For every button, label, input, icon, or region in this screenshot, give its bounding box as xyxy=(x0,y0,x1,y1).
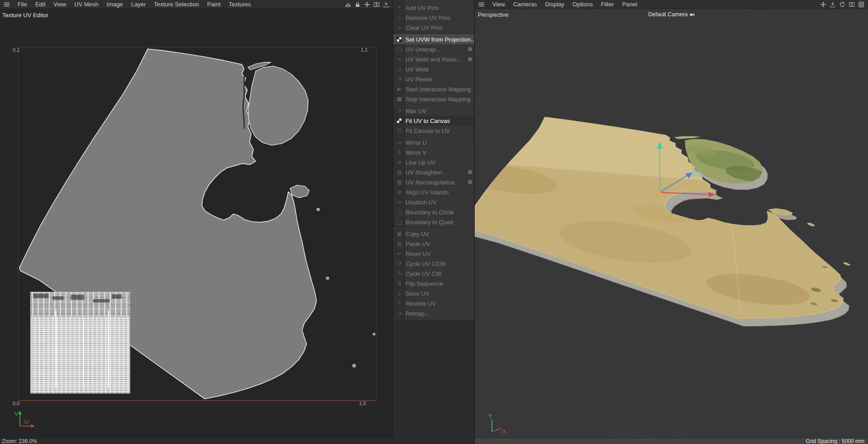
gear-icon[interactable]: ⚙ xyxy=(467,179,472,185)
uv-editor-menubar: FileEditViewUV MeshImageLayerTexture Sel… xyxy=(0,0,393,9)
uv-menu-item[interactable]: ▥Paste UV xyxy=(393,239,474,249)
cycle-ccw-icon: ↺ xyxy=(395,260,404,267)
right-menubar-items: ViewCamerasDisplayOptionsFilterPanel xyxy=(488,0,641,9)
uv-menu-item[interactable]: ≡Line Up UV xyxy=(393,157,474,167)
uv-islands-block[interactable] xyxy=(30,292,130,393)
grid-icon[interactable] xyxy=(858,1,864,8)
sync-icon[interactable] xyxy=(839,1,845,8)
dock-download-icon[interactable] xyxy=(383,1,389,8)
move-icon[interactable] xyxy=(820,1,826,8)
start-mapping-icon: ▶ xyxy=(395,86,404,92)
left-menubar-icons xyxy=(345,1,393,8)
menubar-item-panel[interactable]: Panel xyxy=(618,0,641,9)
menubar-item-display[interactable]: Display xyxy=(541,0,569,9)
uv-corner-label-top-left: 0,1 xyxy=(13,47,19,52)
gear-icon[interactable]: ⚙ xyxy=(467,46,472,52)
uv-menu-item[interactable]: ■Stop Interactive Mapping xyxy=(393,94,474,104)
uv-menu-item[interactable]: ∪UV Weld xyxy=(393,64,474,74)
uv-menu-item[interactable]: □Boundary to Quad xyxy=(393,217,474,227)
uv-menu-item[interactable]: ↺Cycle UV CCW xyxy=(393,259,474,269)
uv-menu-item[interactable]: ▶Start Interactive Mapping xyxy=(393,84,474,94)
menubar-item-texture-selection[interactable]: Texture Selection xyxy=(150,0,203,9)
fit-canvas-icon: ⊡ xyxy=(395,128,404,134)
stop-mapping-icon: ■ xyxy=(395,96,404,102)
camera-label[interactable]: Default Camera xyxy=(648,11,695,18)
paste-uv-icon: ▥ xyxy=(395,241,404,247)
gear-icon[interactable]: ⚙ xyxy=(467,56,472,62)
dock-download-icon[interactable] xyxy=(830,1,836,8)
uv-menu-item-label: UV Unwrap... xyxy=(406,46,440,53)
uv-menu-item[interactable]: Fit UV to Canvas xyxy=(393,116,474,126)
max-uv-icon: ↗ xyxy=(395,108,404,114)
histogram-icon[interactable] xyxy=(345,1,351,8)
uv-menu-item[interactable]: −Remove UV Pins xyxy=(393,13,474,23)
camera-icon xyxy=(689,13,694,17)
menubar-item-layer[interactable]: Layer xyxy=(127,0,150,9)
uv-menu-item[interactable]: ○Boundary to Circle xyxy=(393,207,474,217)
menubar-item-textures[interactable]: Textures xyxy=(225,0,255,9)
uv-menu-item[interactable]: □UV Unwrap...⚙ xyxy=(393,44,474,54)
uv-menu-item[interactable]: →Remap... xyxy=(393,308,474,318)
menubar-item-image[interactable]: Image xyxy=(103,0,127,9)
uv-menu-item[interactable]: Set UVW from Projection...⚙ xyxy=(393,34,474,44)
hamburger-menu-icon[interactable] xyxy=(475,2,488,7)
uv-menu-item[interactable]: ▣Copy UV xyxy=(393,229,474,239)
uv-menu-item[interactable]: ↓Store UV xyxy=(393,288,474,298)
boundary-circle-icon: ○ xyxy=(395,209,404,215)
uv-menu-item[interactable]: ✂Unstitch UV xyxy=(393,197,474,207)
gear-icon[interactable]: ⚙ xyxy=(467,169,472,175)
menubar-item-paint[interactable]: Paint xyxy=(203,0,225,9)
viewport-3d[interactable]: Y X Perspective Default Camera xyxy=(475,9,868,438)
uv-peeler-icon: ◔ xyxy=(395,76,404,82)
menubar-item-cameras[interactable]: Cameras xyxy=(509,0,541,9)
split-panes-icon[interactable] xyxy=(373,1,380,8)
uv-commands-panel: +Add UV Pins−Remove UV Pins×Clear UV Pin… xyxy=(393,0,475,444)
uv-menu-item[interactable]: ⊞Align UV Islands xyxy=(393,187,474,197)
menubar-item-edit[interactable]: Edit xyxy=(31,0,49,9)
uv-menu-item-label: Fit UV to Canvas xyxy=(406,118,450,124)
uv-menu-item[interactable]: ⊡Fit Canvas to UV xyxy=(393,126,474,136)
menubar-item-view[interactable]: View xyxy=(49,0,70,9)
boundary-quad-icon: □ xyxy=(395,219,404,225)
uv-menu-item[interactable]: ◔UV Peeler xyxy=(393,74,474,84)
uv-corner-label-bottom-right: 1,0 xyxy=(359,401,366,406)
uv-menu-item-label: Paste UV xyxy=(406,241,430,247)
uv-menu-item[interactable]: ▦UV Rectangularize...⚙ xyxy=(393,177,474,187)
axis-x-label: X xyxy=(502,429,506,434)
uv-menu-item[interactable]: ⇅Flip Sequence xyxy=(393,279,474,288)
uv-menu-item-label: UV Weld and Relax... xyxy=(406,56,462,63)
menubar-item-uv-mesh[interactable]: UV Mesh xyxy=(70,0,102,9)
uv-menu-item-label: Cycle UV CW xyxy=(406,270,441,277)
uv-weld-icon: ∪ xyxy=(395,66,404,72)
uv-menu-item[interactable]: ↻Cycle UV CW xyxy=(393,269,474,279)
viewport-menubar: ViewCamerasDisplayOptionsFilterPanel xyxy=(475,0,868,9)
weld-relax-icon: ≈ xyxy=(395,56,404,62)
uv-menu-item[interactable]: ↔Mirror U xyxy=(393,137,474,147)
uv-menu-item[interactable]: ↑Restore UV xyxy=(393,298,474,308)
split-panes-icon[interactable] xyxy=(849,1,855,8)
menubar-item-file[interactable]: File xyxy=(14,0,31,9)
menubar-item-view[interactable]: View xyxy=(488,0,509,9)
uv-menu-item-label: Align UV Islands xyxy=(406,189,448,196)
move-icon[interactable] xyxy=(364,1,370,8)
uv-menu-item[interactable]: ↕Mirror V xyxy=(393,147,474,157)
menubar-item-filter[interactable]: Filter xyxy=(597,0,618,9)
grid-spacing-status: Grid Spacing : 5000 mm xyxy=(806,438,864,444)
menu-separator xyxy=(393,33,474,34)
mirror-u-icon: ↔ xyxy=(395,139,404,146)
uv-menu-item[interactable]: ×Clear UV Pins xyxy=(393,23,474,33)
lock-icon[interactable] xyxy=(354,1,361,8)
hamburger-menu-icon[interactable] xyxy=(0,2,14,7)
uv-menu-item-label: UV Straighten... xyxy=(406,169,447,176)
uv-menu-item[interactable]: ↗Max UV xyxy=(393,106,474,116)
uv-menu-item[interactable]: ↩Reset UV xyxy=(393,249,474,259)
menubar-item-options[interactable]: Options xyxy=(568,0,597,9)
restore-uv-icon: ↑ xyxy=(395,300,404,307)
uv-menu-item-label: UV Peeler xyxy=(406,76,432,83)
uv-menu-item[interactable]: ▤UV Straighten...⚙ xyxy=(393,167,474,177)
axis-u-label: U xyxy=(24,418,29,425)
uv-canvas[interactable]: V U Texture UV Editor 0,1 1,1 0,0 1,0 xyxy=(0,9,393,438)
uv-menu-item[interactable]: +Add UV Pins xyxy=(393,3,474,13)
camera-label-text: Default Camera xyxy=(648,11,688,18)
uv-menu-item[interactable]: ≈UV Weld and Relax...⚙ xyxy=(393,54,474,64)
